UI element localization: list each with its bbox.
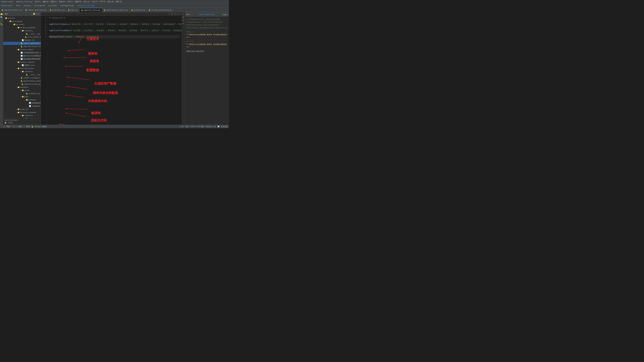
python-console-label[interactable]: 🐍 Python 控制台 bbox=[31, 125, 47, 128]
tree-arrow: ▾ bbox=[16, 48, 18, 51]
tree-item[interactable]: ▾📁asset bbox=[3, 89, 41, 92]
tree-item[interactable]: 🐍__init__.py bbox=[3, 32, 41, 35]
breadcrumb-project[interactable]: Python-work bbox=[1, 4, 12, 6]
tree-arrow: ▸ bbox=[16, 61, 18, 64]
menu-item[interactable]: 工具(T) bbox=[92, 0, 98, 3]
menu-item[interactable]: 帮助(H) bbox=[116, 0, 122, 3]
editor-tab-assetTool[interactable]: 🐍assetTool.py bbox=[48, 8, 66, 12]
tree-item[interactable]: 🐍allAsset.py bbox=[3, 92, 41, 95]
code-line[interactable]: sagFiletitlebasic=['通用/扩展','技术/管理','安全层面… bbox=[49, 23, 180, 26]
add-file-icon[interactable]: ＋ bbox=[30, 13, 32, 15]
editor-content[interactable]: 1234567 # coding:utf-8 sagFiletitlebasic… bbox=[41, 16, 182, 125]
code-line[interactable]: # coding:utf-8 bbox=[49, 16, 180, 19]
tree-item[interactable]: ▾📁recovery bbox=[3, 114, 41, 117]
editor-tab-report_generate[interactable]: 🐍report_generate.py bbox=[24, 8, 48, 12]
collapse-all-icon[interactable]: ⊟ bbox=[36, 13, 38, 15]
code-line[interactable] bbox=[49, 32, 180, 35]
todo-label[interactable]: ☑ TODO 6 bbox=[4, 125, 14, 128]
settings-toolbar-icon[interactable]: ⚙ bbox=[180, 13, 180, 15]
tree-item[interactable]: ▾📁dataCool bbox=[3, 86, 41, 89]
tree-item[interactable]: 📄Readme.txt bbox=[3, 39, 41, 42]
breadcrumb-py-program[interactable]: py-program bbox=[34, 4, 45, 6]
code-line[interactable]: sagFiletitlecommon=['安全层面','安全控制点','标准编号… bbox=[49, 29, 180, 32]
search-icon-bar[interactable]: 🔍 bbox=[0, 16, 3, 18]
tree-item[interactable]: 🐍sag_and_assess.py bbox=[3, 45, 41, 48]
file-tree-actions[interactable]: ＋ 📂 ⊟ ⚙ bbox=[30, 13, 40, 15]
breadcrumb-configuration[interactable]: configuration bbox=[60, 4, 74, 6]
menu-item[interactable]: 重构(R) bbox=[75, 0, 82, 3]
tree-item[interactable]: ▾📁assess_report bbox=[3, 48, 41, 51]
tree-item[interactable]: ▸📁plug_ins bbox=[3, 108, 41, 111]
menu-item[interactable]: 导航(N) bbox=[59, 0, 66, 3]
tree-item[interactable]: 📊调查表.xlsx bbox=[3, 64, 41, 67]
right-icon-2[interactable]: ◉ bbox=[183, 16, 184, 18]
breadcrumb-project2[interactable]: project bbox=[24, 4, 31, 6]
breadcrumb-test[interactable]: test bbox=[16, 4, 20, 6]
right-icon-3[interactable]: ☰ bbox=[182, 19, 184, 21]
right-icon-1[interactable]: ▶ bbox=[183, 13, 184, 15]
tree-item[interactable]: ▾📁py-program bbox=[3, 20, 41, 23]
external-libs-label[interactable]: 📦 外部库 bbox=[4, 122, 40, 124]
tree-item[interactable]: 🐍questionaire_basic.py bbox=[3, 79, 41, 83]
terminal-label[interactable]: ⬛ 终端 bbox=[23, 125, 30, 128]
run-settings-icon[interactable]: ⚙ bbox=[226, 13, 228, 16]
tree-item-label: plug_ins bbox=[20, 108, 28, 111]
tree-item[interactable]: 📊使完feel信儿爽系统测评总表.x bbox=[3, 54, 41, 57]
tree-item[interactable]: 📊XXX系统测评归总表.xlsx bbox=[3, 51, 41, 54]
run-stop-icon[interactable]: ■ bbox=[224, 13, 226, 16]
tree-item[interactable]: 🐍__init__.py bbox=[3, 73, 41, 76]
tree-item[interactable]: 🐍sagfile_title.py bbox=[3, 83, 41, 86]
menu-item[interactable]: 编辑(E) bbox=[42, 0, 49, 3]
editor-tab-string_processing[interactable]: 🐍string_processing.py bbox=[147, 8, 174, 12]
tree-item[interactable]: ▾📁base bbox=[3, 95, 41, 98]
menu-bar[interactable]: 文件(F)编辑(E)视图(V)导航(N)代码(C)重构(R)运行(U)工具(T)… bbox=[34, 0, 122, 3]
debug-icon-bar[interactable]: 🐛 bbox=[0, 23, 3, 25]
menu-item[interactable]: 代码(C) bbox=[67, 0, 74, 3]
problems-label[interactable]: ⚠ 问题 bbox=[16, 125, 22, 128]
right-icon-4[interactable]: ⚙ bbox=[183, 22, 184, 24]
tree-item[interactable]: 🐍file_action.py bbox=[3, 35, 41, 39]
editor-tab-allAsset[interactable]: 🐍allAsset.py bbox=[130, 8, 147, 12]
tree-item[interactable]: 📊使起来数拉棒系统测评归总表.x bbox=[3, 57, 41, 61]
run-config-name[interactable]: report_generate bbox=[199, 13, 214, 15]
temp-files-label[interactable]: 临时文件和控制台 bbox=[4, 119, 40, 121]
cursor-position: 7:25 bbox=[180, 125, 184, 128]
tree-item[interactable]: 🐍report_generate.py bbox=[3, 42, 41, 45]
git-icon-bar[interactable]: ⑂ bbox=[1, 19, 2, 22]
tree-item[interactable]: 🐍common_configure.py bbox=[3, 76, 41, 79]
editor-tab-sagfile_title[interactable]: 🐍sagfile_title.py bbox=[80, 8, 102, 12]
editor-tab-Tool[interactable]: 🐍Tool.py bbox=[66, 8, 80, 12]
tree-item-label: ~$$2A2G2.xlsx bbox=[32, 105, 41, 108]
file-tree-header: 项目 ＋ 📂 ⊟ ⚙ bbox=[3, 12, 41, 16]
breadcrumb-py-excel[interactable]: py-excel bbox=[48, 4, 57, 6]
tree-item[interactable]: ▾📁project bbox=[3, 17, 41, 20]
run-play-icon[interactable]: ▶ bbox=[223, 13, 224, 16]
tree-item[interactable]: ▾📁py-excel bbox=[3, 23, 41, 26]
tree-item[interactable]: ▾📁assess_program bbox=[3, 26, 41, 29]
menu-item[interactable]: 视图(V) bbox=[51, 0, 57, 3]
code-line[interactable]: dataConfirm=['标准编号','属性标识','高风险等级'] bbox=[49, 35, 180, 38]
editor-tab-questionaire_basic[interactable]: 🐍questionaire_basic.py bbox=[102, 8, 130, 12]
menu-item[interactable]: 文件(F) bbox=[34, 0, 41, 3]
tree-item[interactable]: ▸📁assess_require bbox=[3, 61, 41, 64]
tree-item[interactable]: 📊~$$2A2G2.xlsx bbox=[3, 105, 41, 108]
menu-item[interactable]: VCS(S) bbox=[100, 0, 106, 3]
tree-item[interactable]: 🐍__init__.py bbox=[3, 117, 41, 118]
folder-icon-bar[interactable]: 📁 bbox=[0, 13, 3, 15]
tree-item[interactable]: ▾📁recovery bbox=[3, 29, 41, 32]
tree-item[interactable]: ▾📁backups bbox=[3, 98, 41, 101]
code-editor[interactable]: # coding:utf-8 sagFiletitlebasic=['通用/扩展… bbox=[47, 16, 182, 125]
tree-item[interactable]: ▾📁process_program bbox=[3, 111, 41, 114]
editor-tab-sag_and_assess[interactable]: 🐍sag_and_assess.py bbox=[0, 8, 24, 12]
settings-icon[interactable]: ⚙ bbox=[38, 13, 40, 15]
code-line[interactable] bbox=[49, 19, 180, 23]
breadcrumb-active-file[interactable]: sagfile_title.py bbox=[78, 4, 94, 6]
feedback-icon[interactable]: 💬 意见反馈 bbox=[218, 125, 228, 128]
tree-item[interactable]: ▾📁recovery bbox=[3, 70, 41, 73]
code-line[interactable] bbox=[49, 26, 180, 29]
menu-item[interactable]: 窗口(W) bbox=[108, 0, 114, 3]
menu-item[interactable]: 运行(U) bbox=[83, 0, 90, 3]
tree-item[interactable]: ▾📁configuration bbox=[3, 67, 41, 70]
tree-item[interactable]: 📊SAG数据总表 (bate版) bbox=[3, 101, 41, 105]
add-folder-icon[interactable]: 📂 bbox=[33, 13, 36, 15]
